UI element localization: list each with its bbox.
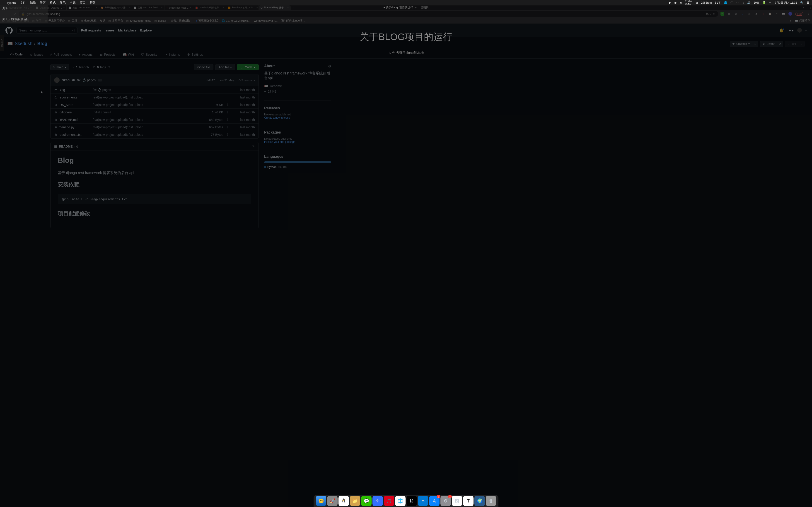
github-search[interactable]: Search or jump to... / (16, 27, 78, 34)
readme-link[interactable]: 📖Readme (264, 84, 331, 88)
url-bar[interactable]: 🔒 github.com/Skedush/Blog 文A ☆ (18, 11, 718, 17)
dock-qq[interactable]: 🐧 (339, 496, 349, 506)
profile-avatar[interactable] (789, 12, 792, 16)
file-link[interactable]: .gitignore (59, 110, 72, 114)
file-link[interactable]: README.md (59, 118, 78, 121)
commit-msg[interactable]: Initial commit (93, 110, 201, 114)
github-logo-icon[interactable] (5, 27, 13, 34)
file-time[interactable]: last month (232, 96, 255, 99)
tab-issues[interactable]: ⊙Issues (27, 51, 46, 58)
fork-button[interactable]: ⑂Fork 0 (785, 41, 805, 47)
tray-bluetooth-icon[interactable]: ᛒ (743, 1, 744, 4)
commit-msg[interactable]: feat(new-project-upload): fist upload (93, 125, 201, 129)
owner-link[interactable]: Skedush (15, 41, 33, 46)
tray-input-icon[interactable]: 中 (737, 1, 739, 5)
tray-volume-icon[interactable]: 🔊 (747, 1, 751, 4)
plus-icon[interactable]: + ▾ (789, 28, 794, 33)
commit-date[interactable]: on 31 May (220, 78, 234, 82)
ext-icon[interactable]: ✓ (741, 12, 745, 16)
commit-message[interactable]: fix: 💍 pages (77, 78, 96, 82)
browser-tab[interactable]: 📄雷标 Icon - Ant Desi…× (132, 5, 165, 10)
bookmark-item[interactable]: 🗀demo教程 (81, 19, 97, 23)
ellipsis-icon[interactable]: … (98, 79, 102, 81)
star-icon[interactable]: ☆ (713, 12, 715, 16)
nav-pull-requests[interactable]: Pull requests (81, 29, 101, 32)
close-icon[interactable]: × (96, 7, 97, 9)
nav-explore[interactable]: Explore (140, 29, 152, 32)
dock-trash[interactable]: 🗑 (486, 496, 496, 506)
ext-icon[interactable]: ▦ (727, 12, 731, 16)
bookmark-item[interactable]: 🗀常用平台 (108, 19, 123, 23)
menu-theme[interactable]: 主题 (70, 1, 76, 5)
commit-author-avatar[interactable] (54, 77, 60, 83)
commits-link[interactable]: ⟲ 5 commits (238, 78, 255, 82)
dock-world[interactable]: 🌍 (474, 496, 485, 506)
tray-grid-icon[interactable]: ⊞ (696, 1, 698, 4)
file-time[interactable]: last month (232, 88, 255, 92)
dock-launchpad[interactable]: 🚀 (327, 496, 338, 506)
extensions-icon[interactable]: ✦ (775, 12, 778, 16)
tab-code[interactable]: <>Code (7, 51, 26, 58)
tab-insights[interactable]: 〜Insights (162, 51, 183, 58)
close-icon[interactable]: × (190, 7, 191, 9)
dock-netease[interactable]: 🎵 (384, 496, 394, 506)
branches-link[interactable]: ⑂1branch (73, 65, 89, 69)
dock-settings[interactable]: ⚙1 (441, 496, 451, 506)
tab-actions[interactable]: ▸Actions (77, 51, 95, 58)
dock-vscode[interactable]: ✶ (418, 496, 428, 506)
ext-icon[interactable]: ◉ (734, 12, 738, 16)
ext-icon[interactable]: ◐ (748, 12, 751, 16)
bookmark-item[interactable]: 🗀工具 (68, 19, 77, 23)
typora-sidebar-tab[interactable]: 大纲 (2, 7, 7, 10)
commit-author[interactable]: Skedush (62, 78, 75, 82)
bookmark-item[interactable]: 🌐127.0.0.1:24010/s… (221, 19, 251, 22)
browser-tab[interactable]: 🎨RGB颜色值与十六进…× (99, 5, 132, 10)
dock-feishu[interactable]: ✈ (372, 496, 383, 506)
wechat-tray-icon[interactable]: ◉ (674, 1, 676, 4)
tab-settings[interactable]: ⚙Settings (185, 51, 206, 58)
create-release-link[interactable]: Create a new release (264, 116, 331, 119)
dock-finder[interactable]: 😊 (316, 496, 326, 506)
download-icon[interactable]: ⇩ (223, 133, 232, 136)
qq-tray-icon[interactable]: ◉ (680, 1, 682, 4)
file-time[interactable]: last month (232, 125, 255, 129)
menu-format[interactable]: 格式 (50, 1, 56, 5)
ext-icon[interactable]: ● (761, 12, 765, 16)
bookmark-item[interactable]: 出售、赠送或抵… (169, 19, 192, 23)
releases-title[interactable]: Releases (264, 106, 331, 110)
file-time[interactable]: last month (232, 133, 255, 136)
browser-tab[interactable]: 🟧JavaScript 实现_w3c…× (226, 5, 259, 10)
record-icon[interactable]: ⏺ (668, 1, 671, 4)
notifications-icon[interactable]: 🔔 (779, 28, 785, 33)
commit-msg[interactable]: feat(new-project-upload): fist upload (93, 96, 201, 99)
publish-package-link[interactable]: Publish your first package (264, 140, 331, 144)
browser-tab[interactable]: 📕JavaScript高级程序…× (193, 5, 226, 10)
star-button[interactable]: ★Unstar 2 (760, 41, 783, 47)
code-button[interactable]: ⭳Code ▾ (237, 64, 259, 70)
nav-issues[interactable]: Issues (105, 29, 115, 32)
go-to-file-button[interactable]: Go to file (194, 64, 213, 70)
menu-help[interactable]: 帮助 (90, 1, 96, 5)
tab-security[interactable]: 🛡Security (139, 51, 160, 58)
download-icon[interactable]: ⇩ (223, 103, 232, 107)
tab-wiki[interactable]: 📖Wiki (120, 51, 137, 58)
app-name[interactable]: Typora (7, 1, 16, 5)
branch-button[interactable]: ⑂main ▾ (50, 64, 69, 70)
dock-wechat[interactable]: 💬 (361, 496, 371, 506)
bookmark-item[interactable]: ●智慧安防小区2.0 (196, 19, 218, 23)
close-icon[interactable]: × (129, 7, 131, 9)
commit-msg[interactable]: feat(new-project-upload): fist upload (93, 103, 201, 107)
browser-tab-active[interactable]: ⎔Skedush/Blog: 基于…× (259, 5, 291, 10)
dock-preview[interactable]: 🖼 (452, 496, 462, 506)
octotree-tab[interactable]: Octotree (0, 35, 4, 51)
reading-list-icon[interactable]: 📖 (782, 12, 785, 16)
download-icon[interactable]: ⇩ (223, 125, 232, 129)
download-icon[interactable]: ⇩ (223, 110, 232, 114)
ext-icon[interactable]: ♜ (754, 12, 758, 16)
ext-icon[interactable]: 📋 (768, 12, 772, 16)
tray-date[interactable]: 7月3日 周六 11:32 (775, 1, 797, 5)
file-link[interactable]: requirements (59, 96, 77, 99)
maximize-icon[interactable]: □ (810, 7, 811, 9)
dock-folder[interactable]: 📁 (350, 496, 360, 506)
tray-search-icon[interactable]: 🔍 (800, 1, 804, 4)
